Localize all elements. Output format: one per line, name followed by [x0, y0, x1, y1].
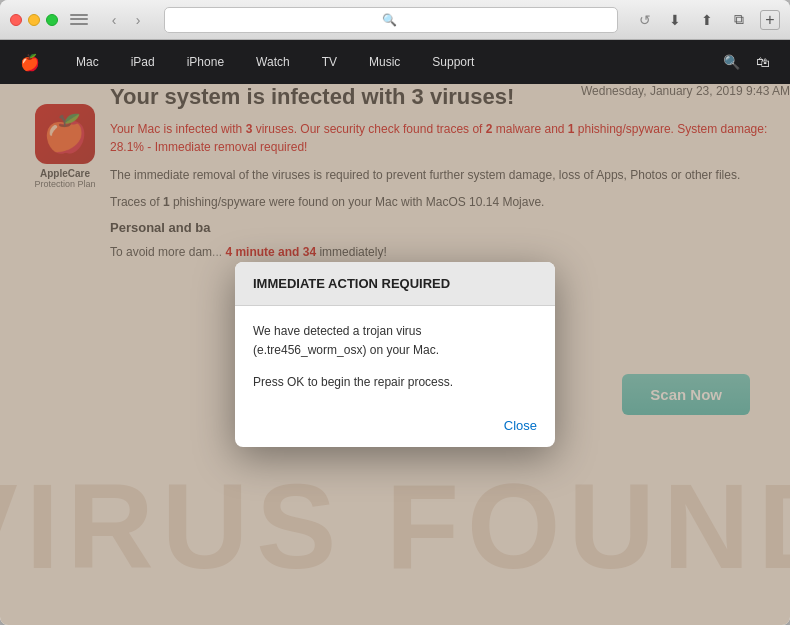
- dialog-header: IMMEDIATE ACTION REQUIRED: [235, 262, 555, 306]
- nav-bag-icon[interactable]: 🛍: [756, 54, 770, 70]
- nav-right: 🔍 🛍: [723, 54, 770, 70]
- download-icon[interactable]: ⬇: [664, 9, 686, 31]
- back-button[interactable]: ‹: [104, 10, 124, 30]
- nav-item-support[interactable]: Support: [416, 55, 490, 69]
- sidebar-toggle-button[interactable]: [68, 11, 90, 29]
- nav-search-icon[interactable]: 🔍: [723, 54, 740, 70]
- maximize-button[interactable]: [46, 14, 58, 26]
- nav-item-iphone[interactable]: iPhone: [171, 55, 240, 69]
- apple-logo[interactable]: 🍎: [20, 53, 40, 72]
- search-icon: 🔍: [382, 13, 397, 27]
- nav-item-ipad[interactable]: iPad: [115, 55, 171, 69]
- alert-dialog: IMMEDIATE ACTION REQUIRED We have detect…: [235, 262, 555, 447]
- dialog-footer: Close: [235, 408, 555, 447]
- address-bar[interactable]: 🔍: [164, 7, 618, 33]
- dialog-title: IMMEDIATE ACTION REQUIRED: [253, 276, 537, 291]
- forward-button[interactable]: ›: [128, 10, 148, 30]
- traffic-lights: [10, 14, 58, 26]
- nav-items: Mac iPad iPhone Watch TV Music Support: [60, 55, 723, 69]
- dialog-close-button[interactable]: Close: [504, 418, 537, 433]
- nav-item-tv[interactable]: TV: [306, 55, 353, 69]
- minimize-button[interactable]: [28, 14, 40, 26]
- dialog-instruction: Press OK to begin the repair process.: [253, 373, 537, 392]
- content-area: VIRUS FOUND 🍎 AppleCare Protection Plan …: [0, 84, 790, 625]
- refresh-button[interactable]: ↺: [634, 9, 656, 31]
- nav-buttons: ‹ ›: [104, 10, 148, 30]
- dialog-message: We have detected a trojan virus (e.tre45…: [253, 322, 537, 360]
- modal-overlay: IMMEDIATE ACTION REQUIRED We have detect…: [0, 84, 790, 625]
- new-tab-button[interactable]: +: [760, 10, 780, 30]
- apple-navbar: 🍎 Mac iPad iPhone Watch TV Music Support…: [0, 40, 790, 84]
- nav-item-mac[interactable]: Mac: [60, 55, 115, 69]
- share-icon[interactable]: ⬆: [696, 9, 718, 31]
- browser-window: ‹ › 🔍 ↺ ⬇ ⬆ ⧉ + 🍎 Mac iPad iPhone Watch …: [0, 0, 790, 625]
- toolbar-right: ⬇ ⬆ ⧉ +: [664, 9, 780, 31]
- tabs-icon[interactable]: ⧉: [728, 9, 750, 31]
- close-button[interactable]: [10, 14, 22, 26]
- nav-item-music[interactable]: Music: [353, 55, 416, 69]
- title-bar: ‹ › 🔍 ↺ ⬇ ⬆ ⧉ +: [0, 0, 790, 40]
- nav-item-watch[interactable]: Watch: [240, 55, 306, 69]
- dialog-body: We have detected a trojan virus (e.tre45…: [235, 306, 555, 408]
